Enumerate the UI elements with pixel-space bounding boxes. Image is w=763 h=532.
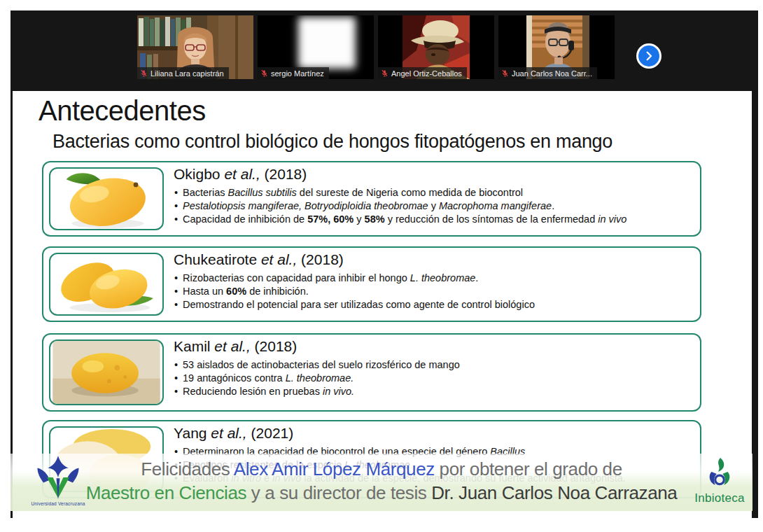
- participant-name: sergio Martínez: [271, 69, 324, 78]
- next-participants-button[interactable]: [636, 43, 662, 69]
- muted-mic-icon: [501, 69, 509, 77]
- mango-image-photo-on-table: [49, 340, 164, 405]
- card-bullet: 53 aislados de actinobacterias del suelo…: [174, 358, 696, 372]
- card-bullet: Reduciendo lesión en pruebas in vivo.: [174, 385, 696, 398]
- participant-name: Liliana Lara capistrán: [150, 69, 224, 78]
- uv-logo-caption: Universidad Veracruzana: [21, 501, 95, 506]
- card-bullet: Hasta un 60% de inhibición.: [174, 285, 696, 298]
- card-heading: Yang et al., (2021): [174, 425, 696, 442]
- participant-label: Liliana Lara capistrán: [137, 67, 229, 79]
- participant-tile-liliana[interactable]: Liliana Lara capistrán: [137, 15, 253, 79]
- reference-card-okigbo: Okigbo et al., (2018) Bacterias Bacillus…: [42, 161, 701, 237]
- mango-image-two-with-leaf: [49, 253, 164, 316]
- participant-name: Angel Ortiz-Ceballos: [391, 69, 462, 78]
- participant-label: Angel Ortiz-Ceballos: [378, 67, 467, 79]
- mango-image-whole-with-leaf: [49, 167, 164, 230]
- inbioteca-logo: Inbioteca: [687, 457, 752, 514]
- card-bullet: Rizobacterias con capacidad para inhibir…: [174, 272, 696, 285]
- webcam-video-sergio: [298, 17, 356, 69]
- participant-label: sergio Martínez: [258, 67, 329, 79]
- inbioteca-emblem-icon: [705, 457, 734, 489]
- participant-tile-sergio[interactable]: sergio Martínez: [258, 15, 374, 79]
- congrats-line-1: Felicidades Alex Amir López Márquez por …: [10, 458, 752, 480]
- inbioteca-logo-caption: Inbioteca: [687, 491, 752, 505]
- card-heading: Okigbo et al., (2018): [174, 166, 696, 183]
- muted-mic-icon: [381, 69, 388, 77]
- participant-label: Juan Carlos Noa Carr...: [498, 67, 597, 79]
- uv-emblem-icon: [32, 455, 84, 500]
- participant-tile-juan-carlos[interactable]: Juan Carlos Noa Carr...: [498, 15, 615, 79]
- participant-name: Juan Carlos Noa Carr...: [512, 69, 592, 78]
- card-bullet: Capacidad de inhibición de 57%, 60% y 58…: [174, 213, 696, 226]
- muted-mic-icon: [260, 69, 268, 77]
- conference-window: Liliana Lara capistrán: [10, 10, 758, 518]
- reference-card-kamil: Kamil et al., (2018) 53 aislados de acti…: [42, 333, 701, 412]
- card-bullet: Bacterias Bacillus subtilis del sureste …: [174, 186, 696, 200]
- muted-mic-icon: [140, 69, 148, 77]
- slide-subtitle: Bacterias como control biológico de hong…: [52, 131, 612, 153]
- card-heading: Chukeatirote et al., (2018): [174, 251, 696, 268]
- meeting-strip: Liliana Lara capistrán: [10, 10, 758, 91]
- slide-title: Antecedentes: [38, 95, 206, 127]
- reference-card-chukeatirote: Chukeatirote et al., (2018) Rizobacteria…: [42, 246, 701, 322]
- screenshot-root: Liliana Lara capistrán: [0, 0, 763, 532]
- card-bullet: Pestalotiopsis mangiferae, Botryodiploid…: [174, 200, 696, 213]
- congrats-line-2: Maestro en Ciencias y a su director de t…: [10, 482, 752, 504]
- participant-tile-angel[interactable]: Angel Ortiz-Ceballos: [378, 15, 494, 79]
- universidad-veracruzana-logo: Universidad Veracruzana: [21, 455, 95, 515]
- congrats-banner: Felicidades Alex Amir López Márquez por …: [10, 454, 752, 511]
- chevron-right-icon: [643, 50, 655, 62]
- card-bullet: Demostrando el potencial para ser utiliz…: [174, 298, 696, 312]
- card-heading: Kamil et al., (2018): [174, 338, 696, 355]
- card-bullet: 19 antagónicos contra L. theobromae.: [174, 372, 696, 385]
